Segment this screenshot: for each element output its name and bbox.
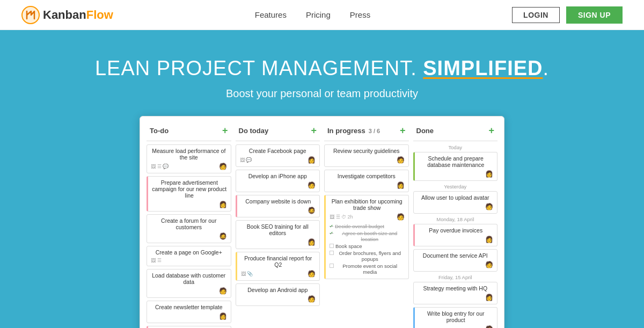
card-inprogress-3: Plan exhibition for upcoming trade show … (324, 195, 409, 279)
date-group-today: Today (413, 144, 498, 150)
date-group-friday: Friday, 15 April (413, 274, 498, 280)
checklist-item-4: Order brochures, flyers and popups (330, 250, 405, 262)
checklist-item-2: ✔ Agree on booth size and location (330, 230, 405, 242)
logo: KanbanFlow (21, 6, 113, 24)
card-dotoday-5: Produce financial report for Q2 🖼 📎 🧑 (236, 252, 320, 281)
nav-pricing[interactable]: Pricing (306, 10, 331, 19)
logo-text: KanbanFlow (43, 8, 113, 22)
board-preview: To-do + Measure load performance of the … (140, 116, 504, 328)
nav-actions: LOGIN SIGN UP (512, 6, 623, 24)
login-button[interactable]: LOGIN (512, 7, 560, 23)
card-todo-2: Prepare advertisement campaign for our n… (147, 176, 231, 212)
card-todo-3: Create a forum for our customers 🧔 (147, 214, 231, 243)
add-inprogress-button[interactable]: + (400, 125, 406, 136)
card-done-3: Pay overdue invoices 👩 (413, 224, 498, 246)
inprogress-badge: 3 / 6 (369, 128, 380, 134)
nav-press[interactable]: Press (350, 10, 370, 19)
card-done-4: Document the service API 🧑 (413, 249, 498, 272)
card-dotoday-3: Company website is down 🧔 (236, 195, 320, 217)
card-dotoday-2: Develop an iPhone app 🧑 (236, 170, 320, 192)
col-title-dotoday: Do today (239, 127, 269, 135)
checklist-item-5: Promote event on social media (330, 263, 405, 275)
nav-links: Features Pricing Press (255, 10, 370, 19)
card-dotoday-1: Create Facebook page 🖼 💬 👩 (236, 144, 320, 167)
col-title-todo: To-do (150, 127, 169, 135)
card-todo-7: Correct spelling errors in manual 🧑 (147, 326, 231, 328)
date-group-yesterday: Yesterday (413, 184, 498, 189)
card-done-6: Write blog entry for our product 🧑 (413, 307, 498, 328)
card-done-1: Schedule and prepare database maintenanc… (413, 152, 498, 181)
logo-icon (21, 6, 40, 24)
navbar: KanbanFlow Features Pricing Press LOGIN … (0, 0, 644, 30)
nav-features[interactable]: Features (255, 10, 287, 19)
card-done-5: Strategy meeting with HQ 👩 (413, 282, 498, 304)
hero-section: LEAN PROJECT MANAGEMENT. SIMPLIFIED. Boo… (0, 30, 644, 328)
headline-part1: LEAN PROJECT MANAGEMENT. (95, 57, 423, 79)
kanban-board: To-do + Measure load performance of the … (147, 123, 497, 328)
column-inprogress: In progress 3 / 6 + Review security guid… (324, 123, 409, 328)
add-done-button[interactable]: + (488, 125, 494, 136)
signup-button[interactable]: SIGN UP (566, 6, 623, 24)
col-title-inprogress: In progress (327, 127, 365, 135)
card-dotoday-4: Book SEO training for all editors 👩 (236, 220, 320, 249)
add-dotoday-button[interactable]: + (311, 125, 317, 136)
card-todo-4: Create a page on Google+ 🖼 ☰ (147, 246, 231, 266)
headline-end: . (543, 57, 549, 79)
col-title-done: Done (416, 127, 434, 135)
date-group-monday: Monday, 18 April (413, 216, 498, 222)
card-todo-5: Load database with customer data 🧑 (147, 269, 231, 298)
card-dotoday-6: Develop an Android app 🧑 (236, 283, 320, 306)
col-header-inprogress: In progress 3 / 6 + (324, 123, 409, 141)
col-header-todo: To-do + (147, 123, 231, 141)
card-inprogress-2: Investigate competitors 👩 (324, 170, 409, 192)
col-header-done: Done + (413, 123, 498, 141)
checklist-item-3: Book space (330, 243, 405, 249)
column-done: Done + Today Schedule and prepare databa… (413, 123, 498, 328)
checklist-item-1: ✔ Decide overall budget (330, 223, 405, 229)
hero-subheadline: Boost your personal or team productivity (11, 88, 633, 100)
card-todo-1: Measure load performance of the site 🖼 ☰… (147, 144, 231, 173)
card-done-2: Allow user to upload avatar 🧑 (413, 191, 498, 214)
column-dotoday: Do today + Create Facebook page 🖼 💬 👩 De… (236, 123, 320, 328)
add-todo-button[interactable]: + (222, 125, 228, 136)
card-inprogress-1: Review security guidelines 🧑 (324, 144, 409, 167)
column-todo: To-do + Measure load performance of the … (147, 123, 231, 328)
col-header-dotoday: Do today + (236, 123, 320, 141)
headline-bold: SIMPLIFIED (423, 57, 543, 79)
hero-headline: LEAN PROJECT MANAGEMENT. SIMPLIFIED. (11, 57, 633, 80)
card-todo-6: Create newsletter template 👩 (147, 301, 231, 323)
